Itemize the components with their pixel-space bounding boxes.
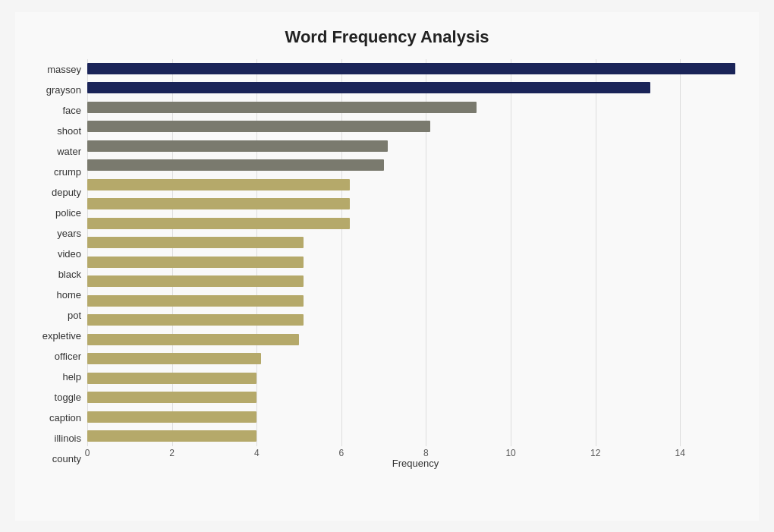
y-label: massey (30, 59, 87, 80)
bar-row (87, 59, 744, 79)
bar-row (87, 330, 744, 350)
chart-title: Word Frequency Analysis (30, 27, 744, 47)
y-label: water (30, 141, 87, 162)
bar-row (87, 272, 744, 291)
bar-row (87, 117, 744, 137)
y-label: caption (30, 408, 87, 428)
bar-row (87, 98, 744, 118)
bar (87, 121, 430, 132)
bar-row (87, 175, 744, 195)
y-label: face (30, 100, 87, 121)
y-label: illinois (30, 428, 87, 449)
bar-row (87, 253, 744, 272)
bar-row (87, 156, 744, 175)
y-label: police (30, 203, 87, 223)
bar-row (87, 194, 744, 214)
bar (87, 392, 256, 403)
y-label: black (30, 264, 87, 285)
bar-row (87, 78, 744, 98)
chart-area: masseygraysonfaceshootwatercrumpdeputypo… (30, 59, 744, 469)
bar (87, 275, 304, 287)
bar (87, 430, 256, 442)
bar (87, 411, 256, 423)
bar-row (87, 427, 744, 446)
bar (87, 82, 650, 93)
bar-row (87, 214, 744, 234)
bar (87, 179, 350, 190)
bar (87, 63, 735, 74)
bar (87, 102, 477, 113)
y-label: toggle (30, 387, 87, 408)
y-label: county (30, 449, 87, 469)
bar (87, 257, 304, 268)
y-label: expletive (30, 326, 87, 346)
y-label: deputy (30, 182, 87, 203)
bar (87, 218, 350, 229)
bar-row (87, 388, 744, 408)
bar (87, 373, 256, 384)
bar (87, 295, 304, 307)
bar (87, 159, 384, 171)
bars-wrapper (87, 59, 744, 469)
bar (87, 314, 304, 326)
bar (87, 237, 304, 248)
y-label: grayson (30, 80, 87, 100)
bar (87, 353, 261, 364)
y-label: help (30, 367, 87, 387)
y-label: pot (30, 305, 87, 326)
bar-row (87, 349, 744, 369)
bar-row (87, 291, 744, 311)
bars-and-grid: Frequency 02468101214 (87, 59, 744, 469)
bar-row (87, 408, 744, 427)
bar-row (87, 233, 744, 253)
y-label: crump (30, 162, 87, 182)
y-label: shoot (30, 121, 87, 141)
bar-row (87, 310, 744, 330)
bar-row (87, 369, 744, 389)
bar (87, 140, 388, 152)
y-label: video (30, 244, 87, 264)
y-labels: masseygraysonfaceshootwatercrumpdeputypo… (30, 59, 87, 469)
y-label: officer (30, 346, 87, 367)
bar-row (87, 137, 744, 156)
bar (87, 334, 299, 345)
chart-container: Word Frequency Analysis masseygraysonfac… (15, 12, 759, 521)
y-label: home (30, 285, 87, 305)
y-label: years (30, 223, 87, 244)
bar (87, 198, 350, 209)
